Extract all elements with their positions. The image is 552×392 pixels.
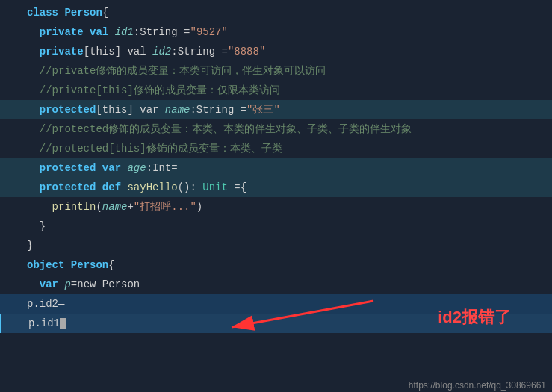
token: object xyxy=(27,259,64,271)
line-content: } xyxy=(27,220,552,232)
token: var xyxy=(40,279,58,290)
token: p. xyxy=(28,317,41,329)
token: id2 xyxy=(152,46,171,57)
token xyxy=(27,279,40,290)
line-content: //protected[this]修饰的成员变量：本类、子类 xyxy=(27,142,552,155)
token: "9527" xyxy=(190,26,227,38)
url-text: https://blog.csdn.net/qq_30869661 xyxy=(409,380,546,391)
token xyxy=(27,26,40,38)
code-line: var p=new Person xyxy=(0,275,552,294)
token: :String = xyxy=(190,104,246,116)
token xyxy=(27,181,40,193)
token: //protected[this]修饰的成员变量：本类、子类 xyxy=(27,143,282,155)
line-content: } xyxy=(27,240,552,252)
token: name xyxy=(102,201,128,213)
line-content: //private[this]修饰的成员变量：仅限本类访问 xyxy=(27,84,552,97)
token: p xyxy=(64,279,70,290)
token: class xyxy=(27,7,64,19)
token: protected xyxy=(40,181,96,193)
line-content: object Person{ xyxy=(27,259,552,271)
token: id2 xyxy=(40,298,58,310)
token: (): xyxy=(178,181,203,193)
token: age xyxy=(127,162,146,174)
token: sayHello xyxy=(127,181,177,193)
token: :String = xyxy=(134,26,190,38)
token: "8888" xyxy=(228,46,265,57)
code-line: class Person{ xyxy=(0,3,552,22)
token: { xyxy=(108,259,114,271)
line-content: class Person{ xyxy=(27,7,552,19)
token: ( xyxy=(96,201,102,213)
code-line: protected[this] var name:String ="张三" xyxy=(0,100,552,119)
token: Person xyxy=(64,259,108,271)
token: ) xyxy=(196,201,202,213)
line-content: protected var age:Int=_ xyxy=(27,162,552,174)
token: //private修饰的成员变量：本类可访问，伴生对象可以访问 xyxy=(27,65,326,77)
code-line: //private修饰的成员变量：本类可访问，伴生对象可以访问 xyxy=(0,61,552,81)
code-line: //protected修饰的成员变量：本类、本类的伴生对象、子类、子类的伴生对象 xyxy=(0,119,552,139)
token: id1 xyxy=(41,317,60,329)
token: Unit xyxy=(202,181,228,193)
code-line: private val id1:String ="9527" xyxy=(0,22,552,42)
line-content: println(name+"打招呼...") xyxy=(27,200,552,214)
token xyxy=(27,104,40,116)
token: println xyxy=(52,201,96,213)
token: } xyxy=(27,240,33,252)
code-line: private[this] val id2:String ="8888" xyxy=(0,42,552,61)
code-line: println(name+"打招呼...") xyxy=(0,197,552,217)
token: [this] val xyxy=(84,46,152,57)
line-content: private val id1:String ="9527" xyxy=(27,26,552,38)
token: id1 xyxy=(115,26,134,38)
token: "打招呼..." xyxy=(134,201,196,213)
token: val xyxy=(84,26,115,38)
token: //protected修饰的成员变量：本类、本类的伴生对象、子类、子类的伴生对象 xyxy=(27,123,412,135)
token: private xyxy=(40,46,84,57)
code-container: class Person{ private val id1:String ="9… xyxy=(0,0,552,392)
token: protected xyxy=(40,162,96,174)
code-line: //protected[this]修饰的成员变量：本类、子类 xyxy=(0,139,552,158)
token: :Int=_ xyxy=(146,162,184,174)
token: — xyxy=(58,298,64,310)
annotation-text: id2报错了 xyxy=(438,306,511,329)
token: private xyxy=(40,26,84,38)
token: Person xyxy=(64,7,102,19)
token: var xyxy=(96,162,127,174)
token: :String = xyxy=(171,46,228,57)
token: ={ xyxy=(228,181,246,193)
url-bar: https://blog.csdn.net/qq_30869661 xyxy=(409,380,546,391)
token xyxy=(27,201,52,213)
token: protected xyxy=(40,104,96,116)
line-content: private[this] val id2:String ="8888" xyxy=(27,46,552,57)
line-content: var p=new Person xyxy=(27,279,552,290)
token: //private[this]修饰的成员变量：仅限本类访问 xyxy=(27,84,280,96)
token: p. xyxy=(27,298,40,310)
token xyxy=(27,162,40,174)
code-line: } xyxy=(0,217,552,236)
token: def xyxy=(96,181,127,193)
token xyxy=(27,46,40,57)
token: =new Person xyxy=(71,279,140,290)
code-line: object Person{ xyxy=(0,255,552,275)
code-line: //private[this]修饰的成员变量：仅限本类访问 xyxy=(0,81,552,100)
token: [this] var xyxy=(96,104,164,116)
token: { xyxy=(102,7,108,19)
annotation-label: id2报错了 xyxy=(438,308,511,326)
code-line: protected def sayHello(): Unit ={ xyxy=(0,178,552,197)
cursor xyxy=(60,318,66,329)
code-line: protected var age:Int=_ xyxy=(0,158,552,178)
line-content: //protected修饰的成员变量：本类、本类的伴生对象、子类、子类的伴生对象 xyxy=(27,122,552,136)
line-content: protected[this] var name:String ="张三" xyxy=(27,103,552,116)
token: + xyxy=(127,201,133,213)
line-content: protected def sayHello(): Unit ={ xyxy=(27,181,552,193)
code-line: } xyxy=(0,236,552,255)
token: name xyxy=(165,104,190,116)
token: } xyxy=(27,220,46,232)
token: "张三" xyxy=(246,104,280,116)
line-content: //private修饰的成员变量：本类可访问，伴生对象可以访问 xyxy=(27,64,552,78)
